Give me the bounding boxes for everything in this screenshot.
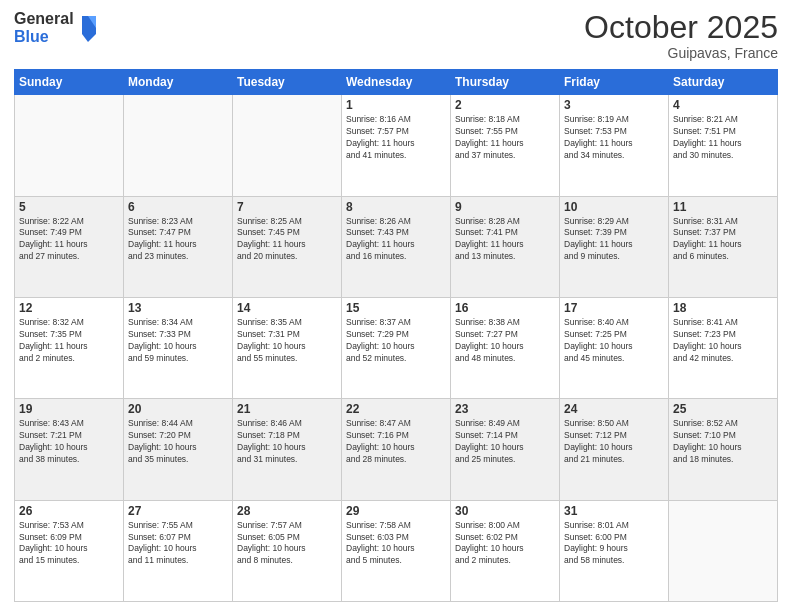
location: Guipavas, France bbox=[584, 45, 778, 61]
month-title: October 2025 bbox=[584, 10, 778, 45]
day-info: Sunrise: 8:47 AM Sunset: 7:16 PM Dayligh… bbox=[346, 418, 446, 466]
day-number: 25 bbox=[673, 402, 773, 416]
table-row: 16Sunrise: 8:38 AM Sunset: 7:27 PM Dayli… bbox=[451, 297, 560, 398]
day-info: Sunrise: 8:28 AM Sunset: 7:41 PM Dayligh… bbox=[455, 216, 555, 264]
day-info: Sunrise: 7:57 AM Sunset: 6:05 PM Dayligh… bbox=[237, 520, 337, 568]
calendar-table: Sunday Monday Tuesday Wednesday Thursday… bbox=[14, 69, 778, 602]
day-number: 26 bbox=[19, 504, 119, 518]
day-number: 19 bbox=[19, 402, 119, 416]
day-number: 7 bbox=[237, 200, 337, 214]
calendar-week-row: 1Sunrise: 8:16 AM Sunset: 7:57 PM Daylig… bbox=[15, 95, 778, 196]
day-number: 16 bbox=[455, 301, 555, 315]
table-row: 28Sunrise: 7:57 AM Sunset: 6:05 PM Dayli… bbox=[233, 500, 342, 601]
day-info: Sunrise: 8:49 AM Sunset: 7:14 PM Dayligh… bbox=[455, 418, 555, 466]
day-number: 17 bbox=[564, 301, 664, 315]
day-number: 22 bbox=[346, 402, 446, 416]
calendar-week-row: 19Sunrise: 8:43 AM Sunset: 7:21 PM Dayli… bbox=[15, 399, 778, 500]
day-number: 1 bbox=[346, 98, 446, 112]
col-thursday: Thursday bbox=[451, 70, 560, 95]
day-info: Sunrise: 8:23 AM Sunset: 7:47 PM Dayligh… bbox=[128, 216, 228, 264]
day-info: Sunrise: 8:32 AM Sunset: 7:35 PM Dayligh… bbox=[19, 317, 119, 365]
table-row: 13Sunrise: 8:34 AM Sunset: 7:33 PM Dayli… bbox=[124, 297, 233, 398]
table-row bbox=[233, 95, 342, 196]
day-number: 4 bbox=[673, 98, 773, 112]
day-info: Sunrise: 8:25 AM Sunset: 7:45 PM Dayligh… bbox=[237, 216, 337, 264]
table-row: 14Sunrise: 8:35 AM Sunset: 7:31 PM Dayli… bbox=[233, 297, 342, 398]
table-row bbox=[15, 95, 124, 196]
title-block: October 2025 Guipavas, France bbox=[584, 10, 778, 61]
table-row: 20Sunrise: 8:44 AM Sunset: 7:20 PM Dayli… bbox=[124, 399, 233, 500]
table-row: 4Sunrise: 8:21 AM Sunset: 7:51 PM Daylig… bbox=[669, 95, 778, 196]
table-row: 25Sunrise: 8:52 AM Sunset: 7:10 PM Dayli… bbox=[669, 399, 778, 500]
day-number: 11 bbox=[673, 200, 773, 214]
logo-blue-text: Blue bbox=[14, 28, 74, 46]
day-info: Sunrise: 7:55 AM Sunset: 6:07 PM Dayligh… bbox=[128, 520, 228, 568]
day-info: Sunrise: 8:29 AM Sunset: 7:39 PM Dayligh… bbox=[564, 216, 664, 264]
day-info: Sunrise: 8:52 AM Sunset: 7:10 PM Dayligh… bbox=[673, 418, 773, 466]
day-number: 14 bbox=[237, 301, 337, 315]
table-row: 5Sunrise: 8:22 AM Sunset: 7:49 PM Daylig… bbox=[15, 196, 124, 297]
day-number: 6 bbox=[128, 200, 228, 214]
day-info: Sunrise: 8:41 AM Sunset: 7:23 PM Dayligh… bbox=[673, 317, 773, 365]
day-number: 18 bbox=[673, 301, 773, 315]
day-number: 8 bbox=[346, 200, 446, 214]
day-info: Sunrise: 8:22 AM Sunset: 7:49 PM Dayligh… bbox=[19, 216, 119, 264]
table-row: 7Sunrise: 8:25 AM Sunset: 7:45 PM Daylig… bbox=[233, 196, 342, 297]
table-row: 8Sunrise: 8:26 AM Sunset: 7:43 PM Daylig… bbox=[342, 196, 451, 297]
table-row: 15Sunrise: 8:37 AM Sunset: 7:29 PM Dayli… bbox=[342, 297, 451, 398]
day-number: 13 bbox=[128, 301, 228, 315]
day-number: 30 bbox=[455, 504, 555, 518]
day-number: 28 bbox=[237, 504, 337, 518]
day-info: Sunrise: 8:50 AM Sunset: 7:12 PM Dayligh… bbox=[564, 418, 664, 466]
day-info: Sunrise: 8:00 AM Sunset: 6:02 PM Dayligh… bbox=[455, 520, 555, 568]
calendar-header-row: Sunday Monday Tuesday Wednesday Thursday… bbox=[15, 70, 778, 95]
table-row: 23Sunrise: 8:49 AM Sunset: 7:14 PM Dayli… bbox=[451, 399, 560, 500]
day-info: Sunrise: 8:18 AM Sunset: 7:55 PM Dayligh… bbox=[455, 114, 555, 162]
day-info: Sunrise: 8:35 AM Sunset: 7:31 PM Dayligh… bbox=[237, 317, 337, 365]
col-friday: Friday bbox=[560, 70, 669, 95]
table-row: 9Sunrise: 8:28 AM Sunset: 7:41 PM Daylig… bbox=[451, 196, 560, 297]
day-number: 10 bbox=[564, 200, 664, 214]
table-row: 3Sunrise: 8:19 AM Sunset: 7:53 PM Daylig… bbox=[560, 95, 669, 196]
calendar-week-row: 26Sunrise: 7:53 AM Sunset: 6:09 PM Dayli… bbox=[15, 500, 778, 601]
table-row: 26Sunrise: 7:53 AM Sunset: 6:09 PM Dayli… bbox=[15, 500, 124, 601]
day-info: Sunrise: 8:01 AM Sunset: 6:00 PM Dayligh… bbox=[564, 520, 664, 568]
day-number: 27 bbox=[128, 504, 228, 518]
table-row: 10Sunrise: 8:29 AM Sunset: 7:39 PM Dayli… bbox=[560, 196, 669, 297]
day-number: 9 bbox=[455, 200, 555, 214]
table-row: 2Sunrise: 8:18 AM Sunset: 7:55 PM Daylig… bbox=[451, 95, 560, 196]
col-monday: Monday bbox=[124, 70, 233, 95]
calendar-week-row: 5Sunrise: 8:22 AM Sunset: 7:49 PM Daylig… bbox=[15, 196, 778, 297]
col-sunday: Sunday bbox=[15, 70, 124, 95]
day-number: 29 bbox=[346, 504, 446, 518]
day-number: 24 bbox=[564, 402, 664, 416]
day-number: 3 bbox=[564, 98, 664, 112]
day-info: Sunrise: 8:34 AM Sunset: 7:33 PM Dayligh… bbox=[128, 317, 228, 365]
table-row bbox=[124, 95, 233, 196]
table-row: 31Sunrise: 8:01 AM Sunset: 6:00 PM Dayli… bbox=[560, 500, 669, 601]
table-row: 27Sunrise: 7:55 AM Sunset: 6:07 PM Dayli… bbox=[124, 500, 233, 601]
col-tuesday: Tuesday bbox=[233, 70, 342, 95]
day-info: Sunrise: 8:40 AM Sunset: 7:25 PM Dayligh… bbox=[564, 317, 664, 365]
day-info: Sunrise: 8:43 AM Sunset: 7:21 PM Dayligh… bbox=[19, 418, 119, 466]
day-number: 31 bbox=[564, 504, 664, 518]
day-number: 20 bbox=[128, 402, 228, 416]
day-info: Sunrise: 8:44 AM Sunset: 7:20 PM Dayligh… bbox=[128, 418, 228, 466]
calendar-week-row: 12Sunrise: 8:32 AM Sunset: 7:35 PM Dayli… bbox=[15, 297, 778, 398]
day-info: Sunrise: 7:53 AM Sunset: 6:09 PM Dayligh… bbox=[19, 520, 119, 568]
day-info: Sunrise: 8:26 AM Sunset: 7:43 PM Dayligh… bbox=[346, 216, 446, 264]
table-row: 6Sunrise: 8:23 AM Sunset: 7:47 PM Daylig… bbox=[124, 196, 233, 297]
table-row: 30Sunrise: 8:00 AM Sunset: 6:02 PM Dayli… bbox=[451, 500, 560, 601]
day-info: Sunrise: 8:46 AM Sunset: 7:18 PM Dayligh… bbox=[237, 418, 337, 466]
col-wednesday: Wednesday bbox=[342, 70, 451, 95]
day-info: Sunrise: 8:19 AM Sunset: 7:53 PM Dayligh… bbox=[564, 114, 664, 162]
table-row: 22Sunrise: 8:47 AM Sunset: 7:16 PM Dayli… bbox=[342, 399, 451, 500]
table-row: 24Sunrise: 8:50 AM Sunset: 7:12 PM Dayli… bbox=[560, 399, 669, 500]
table-row: 12Sunrise: 8:32 AM Sunset: 7:35 PM Dayli… bbox=[15, 297, 124, 398]
table-row: 17Sunrise: 8:40 AM Sunset: 7:25 PM Dayli… bbox=[560, 297, 669, 398]
day-number: 23 bbox=[455, 402, 555, 416]
day-info: Sunrise: 8:37 AM Sunset: 7:29 PM Dayligh… bbox=[346, 317, 446, 365]
day-number: 21 bbox=[237, 402, 337, 416]
table-row: 29Sunrise: 7:58 AM Sunset: 6:03 PM Dayli… bbox=[342, 500, 451, 601]
logo-icon bbox=[78, 14, 98, 42]
